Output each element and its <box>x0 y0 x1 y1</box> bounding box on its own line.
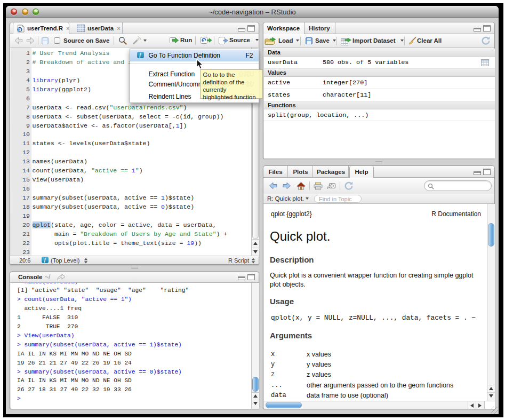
svg-text:R: R <box>18 27 22 32</box>
